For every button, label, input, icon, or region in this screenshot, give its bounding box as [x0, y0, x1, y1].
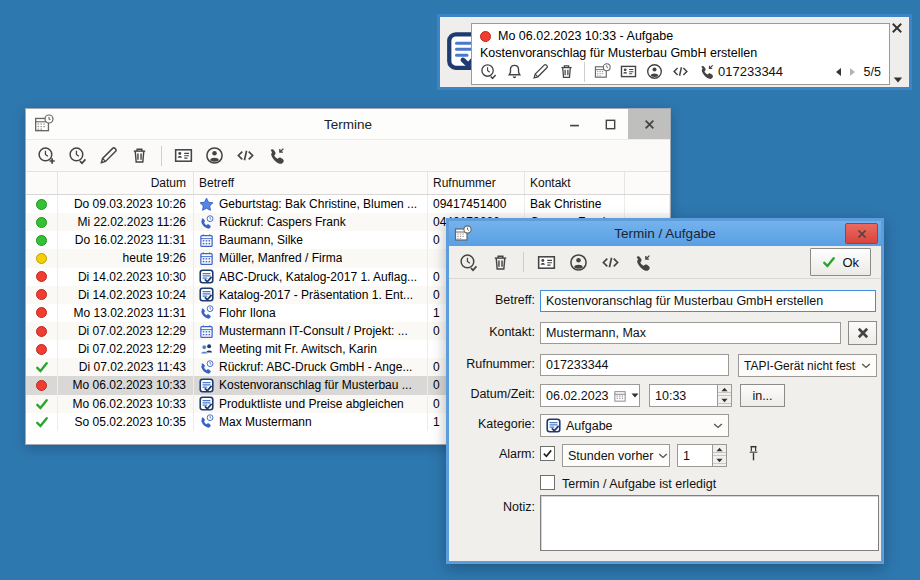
alarm-spin-buttons[interactable] [712, 445, 726, 466]
table-row[interactable]: Do 09.03.2023 10:26Geburtstag: Bak Chris… [26, 195, 670, 213]
minimize-button[interactable] [556, 109, 592, 139]
status-green-icon [36, 235, 47, 246]
row-status-cell [26, 376, 58, 394]
spin-down[interactable] [718, 396, 731, 406]
dialog-titlebar[interactable]: Termin / Aufgabe [449, 221, 881, 246]
calendar-icon [199, 233, 214, 248]
bell-icon[interactable] [506, 63, 523, 80]
kategorie-label: Kategorie: [449, 417, 535, 431]
rufnummer-input[interactable]: 017233344 [540, 354, 729, 376]
row-betreff-cell: Mustermann IT-Consult / Projekt: ... [194, 322, 428, 340]
pencil-icon[interactable] [99, 146, 118, 165]
task-icon [199, 396, 214, 411]
task-icon [546, 418, 561, 433]
column-header-kontakt[interactable]: Kontakt [525, 172, 625, 194]
phone-icon[interactable] [633, 253, 652, 272]
notiz-label: Notiz: [449, 500, 535, 514]
pencil-icon[interactable] [532, 63, 549, 80]
termine-titlebar[interactable]: Termine [26, 109, 670, 139]
termin-aufgabe-dialog: Termin / Aufgabe Ok Betreff: Kostenvoran… [446, 218, 884, 564]
betreff-input[interactable]: Kostenvoranschlag für Musterbau GmbH ers… [540, 290, 876, 312]
code-icon[interactable] [672, 63, 689, 80]
pin-icon[interactable] [745, 445, 762, 462]
row-betreff-text: Produktliste und Preise abgleichen [219, 397, 404, 411]
row-betreff-cell: ABC-Druck, Katalog-2017 1. Auflag... [194, 268, 428, 286]
ok-button[interactable]: Ok [810, 248, 871, 276]
clock-check-icon[interactable] [480, 63, 497, 80]
spin-up[interactable] [713, 445, 726, 456]
date-picker[interactable]: 06.02.2023 [540, 384, 640, 407]
row-datum-cell: Di 07.02.2023 12:29 [58, 322, 194, 340]
triangle-up-icon [718, 387, 731, 393]
kontakt-input[interactable]: Mustermann, Max [540, 322, 841, 344]
kontakt-label: Kontakt: [449, 325, 535, 339]
row-betreff-text: Baumann, Silke [219, 233, 303, 247]
person-circle-icon[interactable] [646, 63, 663, 80]
time-spinner[interactable]: 10:33 [649, 384, 732, 407]
row-datum-cell: Do 16.02.2023 11:31 [58, 231, 194, 249]
prev-reminder-button[interactable] [834, 67, 842, 77]
trash-icon[interactable] [558, 63, 575, 80]
task-icon [199, 269, 214, 284]
code-icon[interactable] [236, 146, 255, 165]
dialog-close-button[interactable] [845, 223, 878, 244]
column-header-datum[interactable]: Datum [58, 172, 194, 194]
alarm-unit-select[interactable]: Stunden vorher [562, 444, 670, 467]
alarm-checkbox[interactable] [540, 446, 555, 461]
column-header-status[interactable] [26, 172, 58, 194]
close-button[interactable] [628, 109, 670, 139]
calendar-clock-icon[interactable] [594, 63, 611, 80]
row-status-cell [26, 322, 58, 340]
dropdown-arrow-icon [631, 393, 639, 398]
next-reminder-button[interactable] [849, 67, 857, 77]
spin-down[interactable] [713, 456, 726, 466]
kontakt-clear-button[interactable] [848, 321, 877, 345]
in-button[interactable]: in... [740, 384, 785, 407]
row-datum-cell: Mo 13.02.2023 11:31 [58, 304, 194, 322]
row-status-cell [26, 413, 58, 431]
triangle-down-icon [718, 398, 731, 404]
popup-close-button[interactable] [891, 22, 903, 34]
maximize-button[interactable] [592, 109, 628, 139]
row-betreff-cell: Geburtstag: Bak Christine, Blumen ... [194, 195, 428, 213]
dialog-title: Termin / Aufgabe [449, 226, 881, 241]
popup-collapse-button[interactable] [893, 77, 903, 83]
contact-card-icon[interactable] [174, 146, 193, 165]
code-icon[interactable] [601, 253, 620, 272]
spin-up[interactable] [718, 385, 731, 396]
clear-icon [857, 327, 869, 339]
column-header-rufnummer[interactable]: Rufnummer [428, 172, 525, 194]
calendar-icon [199, 251, 214, 266]
calendar-clock-icon [34, 114, 54, 134]
left-arrow-icon [834, 67, 842, 77]
row-status-cell [26, 213, 58, 231]
tapi-device-select[interactable]: TAPI-Gerät nicht festlegen [738, 354, 877, 377]
alarm-count-spinner[interactable]: 1 [677, 444, 727, 467]
clock-plus-icon[interactable] [37, 146, 56, 165]
erledigt-checkbox[interactable] [540, 475, 555, 490]
trash-icon[interactable] [491, 253, 510, 272]
alarm-unit-value: Stunden vorher [568, 449, 653, 463]
column-header-betreff[interactable]: Betreff [194, 172, 428, 194]
trash-icon[interactable] [130, 146, 149, 165]
contact-card-icon[interactable] [537, 253, 556, 272]
call-button[interactable]: 017233344 [698, 63, 783, 80]
ok-button-label: Ok [842, 255, 859, 270]
close-icon [857, 229, 867, 239]
row-datum-cell: Mo 06.02.2023 10:33 [58, 395, 194, 413]
person-circle-icon[interactable] [205, 146, 224, 165]
toolbar-separator [161, 146, 162, 166]
clock-check-icon[interactable] [459, 253, 478, 272]
person-circle-icon[interactable] [569, 253, 588, 272]
kategorie-select[interactable]: Aufgabe [540, 414, 729, 437]
contact-card-icon[interactable] [620, 63, 637, 80]
done-check-icon [35, 397, 49, 411]
people-icon [199, 342, 214, 357]
row-betreff-text: Geburtstag: Bak Christine, Blumen ... [219, 197, 417, 211]
chevron-down-icon [658, 453, 668, 459]
clock-check-icon[interactable] [68, 146, 87, 165]
time-spin-buttons[interactable] [717, 385, 731, 406]
kategorie-value: Aufgabe [566, 419, 613, 433]
phone-icon[interactable] [267, 146, 286, 165]
notiz-textarea[interactable] [540, 495, 879, 551]
